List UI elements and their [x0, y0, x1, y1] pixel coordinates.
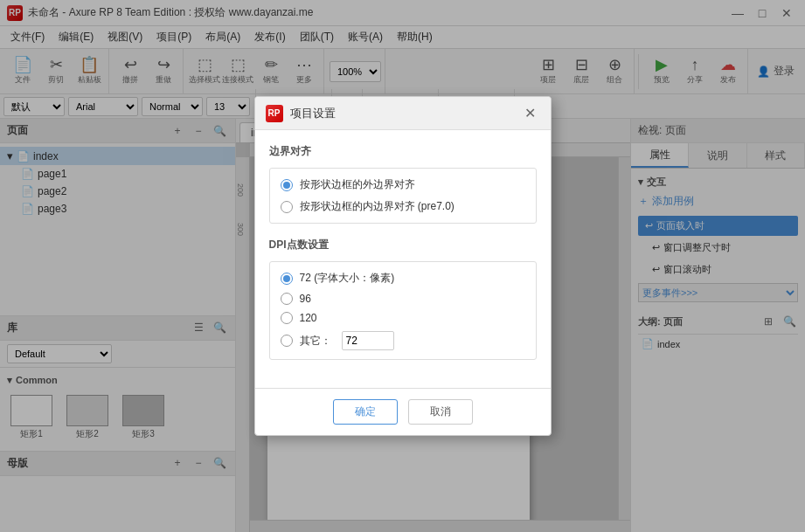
- radio-dpi-72-btn[interactable]: [281, 273, 293, 285]
- radio-dpi-120[interactable]: 120: [281, 312, 525, 324]
- border-alignment-title: 边界对齐: [269, 144, 537, 159]
- radio-dpi-other-btn[interactable]: [281, 335, 293, 347]
- radio-dpi-72[interactable]: 72 (字体大小：像素): [281, 271, 525, 286]
- cancel-button[interactable]: 取消: [408, 399, 473, 425]
- radio-inner-btn[interactable]: [281, 201, 293, 213]
- radio-dpi-72-label: 72 (字体大小：像素): [300, 271, 395, 286]
- radio-dpi-other[interactable]: 其它：: [281, 331, 525, 350]
- modal-close-button[interactable]: ✕: [521, 104, 540, 123]
- border-alignment-options: 按形状边框的外边界对齐 按形状边框的内边界对齐 (pre7.0): [269, 168, 537, 224]
- modal-title-row: RP 项目设置: [266, 105, 336, 122]
- dpi-other-input[interactable]: [342, 331, 394, 350]
- confirm-button[interactable]: 确定: [333, 399, 398, 425]
- modal-logo: RP: [266, 105, 283, 122]
- modal-body: 边界对齐 按形状边框的外边界对齐 按形状边框的内边界对齐 (pre7.0) DP…: [255, 130, 551, 388]
- radio-outer-label: 按形状边框的外边界对齐: [300, 177, 415, 192]
- radio-dpi-96-btn[interactable]: [281, 293, 293, 305]
- dpi-section: DPI点数设置 72 (字体大小：像素) 96 120: [269, 238, 537, 360]
- radio-outer-btn[interactable]: [281, 179, 293, 191]
- project-settings-modal: RP 项目设置 ✕ 边界对齐 按形状边框的外边界对齐 按形状边框的内边界对齐 (…: [254, 96, 552, 436]
- radio-inner-border[interactable]: 按形状边框的内边界对齐 (pre7.0): [281, 199, 525, 214]
- modal-overlay: RP 项目设置 ✕ 边界对齐 按形状边框的外边界对齐 按形状边框的内边界对齐 (…: [0, 0, 805, 532]
- dpi-section-title: DPI点数设置: [269, 238, 537, 252]
- border-alignment-section: 边界对齐 按形状边框的外边界对齐 按形状边框的内边界对齐 (pre7.0): [269, 144, 537, 224]
- modal-title: 项目设置: [290, 106, 336, 121]
- radio-inner-label: 按形状边框的内边界对齐 (pre7.0): [300, 199, 455, 214]
- dpi-options: 72 (字体大小：像素) 96 120 其它：: [269, 261, 537, 360]
- modal-footer: 确定 取消: [255, 388, 551, 435]
- modal-header: RP 项目设置 ✕: [255, 97, 551, 130]
- radio-outer-border[interactable]: 按形状边框的外边界对齐: [281, 177, 525, 192]
- radio-dpi-96[interactable]: 96: [281, 293, 525, 305]
- radio-dpi-120-label: 120: [300, 312, 317, 324]
- radio-dpi-120-btn[interactable]: [281, 312, 293, 324]
- radio-dpi-96-label: 96: [300, 293, 311, 305]
- radio-dpi-other-label: 其它：: [300, 334, 331, 349]
